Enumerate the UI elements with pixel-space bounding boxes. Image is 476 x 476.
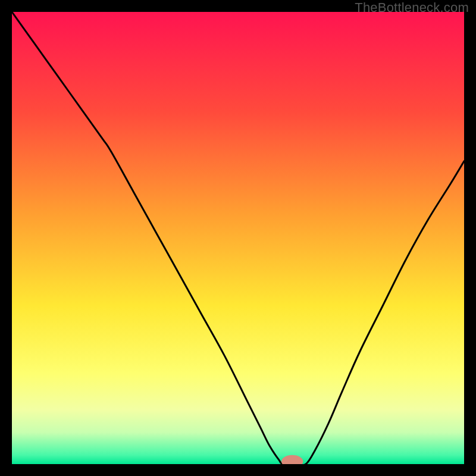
marker-layer xyxy=(12,12,464,464)
watermark-text: TheBottleneck.com xyxy=(355,0,469,15)
plot-area xyxy=(12,12,464,464)
optimal-point-marker xyxy=(281,455,303,464)
chart-outer-frame: TheBottleneck.com xyxy=(0,0,476,476)
